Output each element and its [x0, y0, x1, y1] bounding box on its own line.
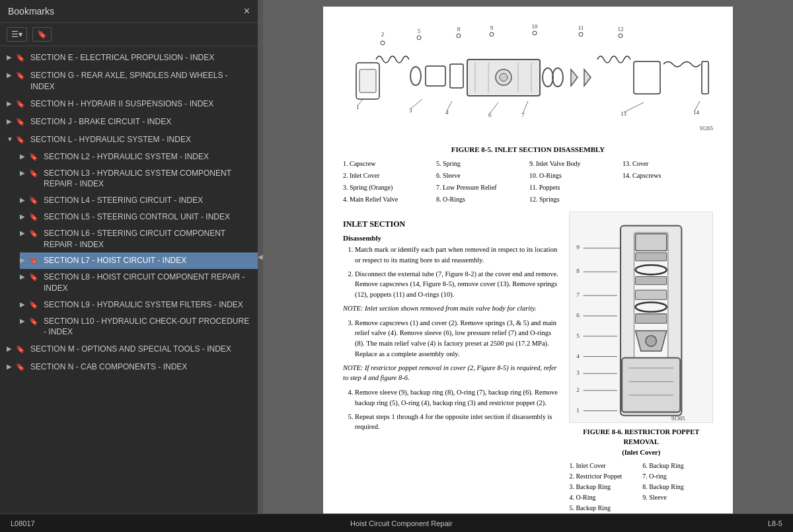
chevron-icon: ▶	[7, 344, 16, 354]
sidebar-item-section-m[interactable]: ▶ 🔖 SECTION M - OPTIONS AND SPECIAL TOOL…	[0, 340, 258, 358]
svg-point-1	[381, 41, 385, 45]
sidebar-item-section-j[interactable]: ▶ 🔖 SECTION J - BRAKE CIRCUIT - INDEX	[0, 113, 258, 131]
svg-line-41	[523, 101, 528, 114]
chevron-icon: ▶	[20, 229, 29, 238]
footer-section-title: Hoist Circuit Component Repair	[350, 519, 453, 527]
sidebar-item-label: SECTION G - REAR AXLE, SPINDLES AND WHEE…	[30, 70, 252, 93]
svg-text:1: 1	[577, 406, 580, 413]
sidebar-item-section-l2[interactable]: ▶ 🔖 SECTION L2 - HYDRAULIC SYSTEM - INDE…	[20, 149, 258, 165]
chevron-icon: ▶	[7, 362, 16, 371]
svg-line-39	[490, 102, 498, 114]
svg-text:14: 14	[693, 109, 700, 116]
inlet-section-content: INLET SECTION Disassembly Match mark or …	[343, 211, 558, 513]
sidebar-item-section-l8[interactable]: ▶ 🔖 SECTION L8 - HOIST CIRCUIT COMPONENT…	[20, 269, 258, 297]
sidebar-item-label: SECTION L6 - STEERING CIRCUIT COMPONENT …	[44, 228, 252, 250]
sidebar-item-section-h[interactable]: ▶ 🔖 SECTION H - HYDRAIR II SUSPENSIONS -…	[0, 95, 258, 113]
bookmark-icon: 🔖	[29, 212, 40, 222]
disassembly-steps-cont2: Remove sleeve (9), backup ring (8), O-ri…	[355, 387, 558, 432]
figure-8-6-illustration: 9 8 7 6 5 4 3	[569, 211, 713, 423]
sidebar-item-label: SECTION L10 - HYDRAULIC CHECK-OUT PROCED…	[44, 316, 252, 338]
svg-rect-67	[636, 233, 667, 250]
sidebar-item-label: SECTION H - HYDRAIR II SUSPENSIONS - IND…	[30, 98, 252, 110]
sidebar-item-label: SECTION L2 - HYDRAULIC SYSTEM - INDEX	[44, 151, 252, 163]
svg-text:8: 8	[577, 268, 580, 274]
svg-rect-17	[426, 66, 445, 86]
sidebar-item-section-l7[interactable]: ▶ 🔖 SECTION L7 - HOIST CIRCUIT - INDEX	[20, 252, 258, 269]
step-3: Remove capscrews (1) and cover (2). Remo…	[355, 318, 558, 360]
sidebar-item-section-l5[interactable]: ▶ 🔖 SECTION L5 - STEERING CONTROL UNIT -…	[20, 209, 258, 225]
sidebar-item-section-l9[interactable]: ▶ 🔖 SECTION L9 - HYDRAULIC SYSTEM FILTER…	[20, 297, 258, 313]
sidebar-item-label: SECTION L9 - HYDRAULIC SYSTEM FILTERS - …	[44, 299, 252, 311]
svg-rect-76	[622, 358, 680, 412]
sidebar-item-label: SECTION L7 - HOIST CIRCUIT - INDEX	[44, 255, 252, 266]
svg-text:6: 6	[488, 112, 492, 118]
sidebar-header: Bookmarks ×	[0, 0, 258, 23]
document-area[interactable]: 2 5 8 9 10 11 12	[263, 0, 793, 513]
sidebar-item-section-n[interactable]: ▶ 🔖 SECTION N - CAB COMPONENTS - INDEX	[0, 358, 258, 376]
svg-text:10: 10	[532, 23, 539, 30]
chevron-icon: ▶	[7, 53, 16, 62]
sidebar-item-section-g[interactable]: ▶ 🔖 SECTION G - REAR AXLE, SPINDLES AND …	[0, 67, 258, 96]
bookmark-icon: 🔖	[37, 30, 47, 39]
svg-rect-18	[450, 64, 463, 88]
sidebar-item-section-e[interactable]: ▶ 🔖 SECTION E - ELECTRICAL PROPULSION - …	[0, 49, 258, 67]
sidebar-item-section-l[interactable]: ▼ 🔖 SECTION L - HYDRAULIC SYSTEM - INDEX	[0, 131, 258, 149]
panel-splitter[interactable]	[258, 0, 263, 513]
sidebar-item-label: SECTION L8 - HOIST CIRCUIT COMPONENT REP…	[44, 272, 252, 294]
chevron-icon: ▶	[20, 317, 29, 326]
disassembly-steps: Match mark or identify each part when re…	[355, 245, 558, 300]
svg-rect-70	[636, 276, 667, 284]
figure-8-6-content: 9 8 7 6 5 4 3	[569, 211, 713, 513]
chevron-icon: ▶	[20, 152, 29, 161]
svg-marker-28	[571, 69, 578, 86]
step-2: Disconnect the external tube (7, Figure …	[355, 269, 558, 300]
sidebar-title: Bookmarks	[8, 6, 54, 17]
svg-text:3: 3	[577, 369, 580, 376]
footer-bar: L08017 Hoist Circuit Component Repair L8…	[0, 513, 793, 532]
chevron-icon: ▶	[20, 256, 29, 265]
svg-point-5	[457, 34, 461, 38]
bookmark-icon: 🔖	[16, 135, 26, 145]
svg-point-26	[543, 68, 553, 87]
svg-text:9: 9	[577, 244, 580, 250]
sidebar-item-label: SECTION L3 - HYDRAULIC SYSTEM COMPONENT …	[44, 168, 252, 190]
step-5: Repeat steps 1 through 4 for the opposit…	[355, 412, 558, 433]
sidebar-item-section-l10[interactable]: ▶ 🔖 SECTION L10 - HYDRAULIC CHECK-OUT PR…	[20, 313, 258, 341]
step-1: Match mark or identify each part when re…	[355, 245, 558, 266]
svg-line-33	[358, 99, 363, 106]
sidebar-item-section-l6[interactable]: ▶ 🔖 SECTION L6 - STEERING CIRCUIT COMPON…	[20, 225, 258, 253]
bookmark-icon: 🔖	[16, 362, 26, 372]
svg-text:2: 2	[381, 31, 385, 38]
expand-all-button[interactable]: ☰▾	[7, 27, 27, 42]
sidebar-close-button[interactable]: ×	[244, 5, 250, 17]
figure-8-6-caption: FIGURE 8-6. RESTRICTOR POPPET REMOVAL(In…	[569, 427, 713, 458]
footer-doc-id: L08017	[11, 519, 35, 527]
svg-text:9: 9	[490, 24, 494, 31]
svg-line-43	[624, 102, 644, 112]
svg-marker-29	[584, 69, 591, 86]
svg-text:5: 5	[577, 332, 580, 338]
chevron-icon: ▶	[20, 272, 29, 282]
sidebar-item-label: SECTION L5 - STEERING CONTROL UNIT - IND…	[44, 211, 252, 223]
bookmark-button[interactable]: 🔖	[32, 27, 52, 42]
inlet-section-heading: INLET SECTION	[343, 218, 558, 230]
bookmark-icon: 🔖	[29, 300, 40, 310]
svg-point-27	[552, 68, 563, 87]
svg-text:2: 2	[577, 386, 580, 393]
svg-line-35	[410, 99, 422, 109]
svg-text:11: 11	[578, 24, 584, 31]
svg-rect-30	[634, 61, 660, 94]
chevron-icon: ▶	[7, 99, 16, 108]
chevron-icon: ▶	[20, 300, 29, 309]
svg-text:1: 1	[356, 104, 359, 110]
svg-point-7	[490, 32, 494, 36]
sidebar-item-label: SECTION E - ELECTRICAL PROPULSION - INDE…	[30, 52, 252, 63]
bookmark-icon: 🔖	[16, 344, 26, 354]
chevron-icon: ▶	[7, 71, 16, 80]
sidebar-item-section-l3[interactable]: ▶ 🔖 SECTION L3 - HYDRAULIC SYSTEM COMPON…	[20, 165, 258, 193]
sidebar-item-section-l4[interactable]: ▶ 🔖 SECTION L4 - STEERING CIRCUIT - INDE…	[20, 192, 258, 209]
chevron-icon: ▶	[20, 169, 29, 178]
note-1: NOTE: Inlet section shown removed from m…	[343, 303, 558, 314]
svg-point-16	[410, 67, 421, 85]
svg-rect-15	[359, 69, 376, 93]
